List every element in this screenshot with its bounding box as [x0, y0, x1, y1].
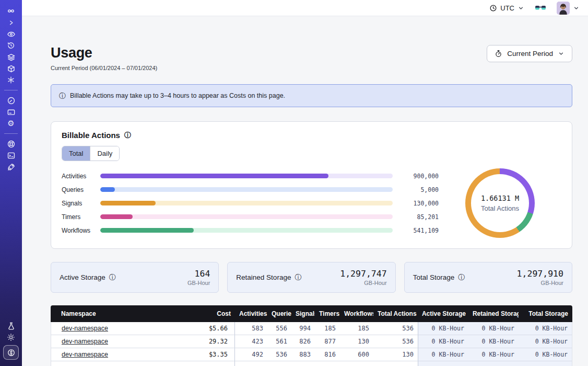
cube-icon[interactable] [4, 63, 18, 74]
table-cell: 883 [291, 348, 315, 361]
billable-actions-title: Billable Actions [62, 131, 120, 140]
history-icon[interactable] [4, 40, 18, 51]
namespace-link[interactable]: dev-namespace [62, 351, 108, 358]
table-cell: 556 [267, 322, 291, 335]
storage-card-active-storage: Active Storageⓘ164GB-Hour [51, 262, 219, 293]
table-cell: 0 KB-Hour [418, 322, 468, 335]
main-content: Usage Current Period (06/01/2024 – 07/01… [22, 16, 588, 366]
namespace-link[interactable]: dev-namespace [62, 325, 108, 332]
table-cell [191, 361, 235, 366]
banner-text: Billable Actions may take up to 3–4 hour… [70, 92, 285, 99]
storage-card-total-storage: Total Storageⓘ1,297,910GB-Hour [404, 262, 572, 293]
rocket-icon[interactable] [4, 161, 18, 173]
table-cell: $5.66 [191, 322, 235, 335]
table-cell [373, 361, 418, 366]
table-cell: 0 KB-Hour [519, 348, 572, 361]
donut-center-value: 1.66131 M [481, 194, 519, 202]
bar-fill [100, 214, 133, 219]
info-icon[interactable]: ⓘ [109, 274, 116, 281]
bar-track [100, 201, 393, 205]
table-cell: 600 [340, 348, 373, 361]
namespace-link[interactable]: dev-namespace [62, 338, 108, 345]
column-header-activities: Activities [235, 305, 267, 322]
layers-icon[interactable] [4, 51, 18, 63]
sidebar-divider [4, 90, 18, 90]
table-cell: 0 KB-Hour [468, 348, 519, 361]
eye-icon[interactable] [4, 28, 18, 40]
chevron-down-icon [573, 5, 580, 12]
info-icon[interactable]: ⓘ [458, 274, 465, 281]
bar-value: 900,000 [399, 173, 439, 180]
column-header-queries: Queries [267, 305, 291, 322]
flask-icon[interactable] [4, 320, 18, 331]
bar-label: Activities [62, 173, 100, 180]
bar-fill [100, 187, 115, 192]
terminal-icon[interactable] [4, 150, 18, 161]
table-cell: 816 [315, 348, 340, 361]
billing-card-icon[interactable] [4, 106, 18, 118]
glasses-icon[interactable] [535, 4, 546, 12]
table-cell [315, 361, 340, 366]
table-cell: 536 [373, 322, 418, 335]
bar-track [100, 228, 393, 233]
gear-icon[interactable]: ⚙ [4, 118, 18, 129]
table-cell: 0 KB-Hour [418, 348, 468, 361]
bar-fill [100, 174, 328, 178]
table-cell: 536 [267, 348, 291, 361]
storage-card-retained-storage: Retained Storageⓘ1,297,747GB-Hour [227, 262, 395, 293]
table-cell: 130 [373, 348, 418, 361]
table-row: dev-namespace29.324235618268771305360 KB… [51, 335, 572, 348]
column-header-total-storage: Total Storage [519, 305, 572, 322]
column-header-active-storage: Active Storage [418, 305, 468, 322]
temporal-logo-icon[interactable] [4, 5, 18, 17]
avatar [557, 2, 570, 15]
storage-cards: Active Storageⓘ164GB-HourRetained Storag… [51, 262, 572, 293]
page-header: Usage Current Period (06/01/2024 – 07/01… [51, 45, 572, 71]
table-cell: 561 [267, 335, 291, 348]
timezone-label: UTC [500, 4, 514, 12]
bar-row-workflows: Workflows541,109 [62, 224, 439, 237]
info-icon[interactable]: ⓘ [295, 274, 301, 281]
table-cell: 185 [315, 322, 340, 335]
info-icon[interactable]: ⓘ [124, 132, 131, 139]
table-cell: 0 KB-Hour [468, 335, 519, 348]
tab-total[interactable]: Total [62, 146, 90, 161]
storage-card-label: Total Storageⓘ [413, 273, 465, 281]
sun-icon[interactable] [4, 331, 18, 343]
table-cell: 130 [340, 335, 373, 348]
dollar-coin-button[interactable] [3, 345, 19, 360]
lifebuoy-icon[interactable] [4, 138, 18, 150]
bar-fill [100, 201, 156, 205]
table-row: dev-namespace$5.665835569941851855360 KB… [51, 322, 572, 335]
info-banner: ⓘ Billable Actions may take up to 3–4 ho… [51, 84, 572, 107]
bar-row-timers: Timers85,201 [62, 210, 439, 224]
chevron-down-icon [518, 5, 524, 12]
column-header-timers: Timers [315, 305, 340, 322]
bar-value: 85,201 [399, 213, 439, 221]
bar-label: Timers [62, 213, 100, 221]
column-header-namespace: Namespace [51, 305, 191, 322]
bar-label: Queries [62, 186, 100, 193]
bar-value: 5,000 [399, 186, 439, 193]
gauge-icon[interactable] [4, 95, 18, 106]
timezone-selector[interactable]: UTC [489, 4, 524, 12]
table-cell: $3.35 [191, 348, 235, 361]
period-dropdown-button[interactable]: Current Period [487, 45, 572, 62]
table-cell: 826 [291, 335, 315, 348]
namespace-usage-table: NamespaceCostActivitiesQueriesSignalsTim… [51, 305, 572, 366]
table-cell: 492 [235, 348, 267, 361]
bar-track [100, 187, 393, 192]
bar-label: Workflows [62, 227, 100, 234]
donut-center-label: Total Actions [481, 204, 519, 212]
bar-row-queries: Queries5,000 [62, 183, 439, 197]
table-cell: 0 KB-Hour [519, 335, 572, 348]
namespace-cell: dev-namespace [51, 348, 191, 361]
bar-fill [100, 228, 194, 233]
namespace-cell: dev-namespace [51, 322, 191, 335]
account-menu[interactable] [557, 2, 580, 15]
chevron-right-icon[interactable] [4, 17, 18, 28]
sidebar: ⚙ [0, 0, 22, 366]
info-icon[interactable]: ⓘ [59, 93, 66, 99]
asterisk-icon[interactable] [4, 74, 18, 86]
tab-daily[interactable]: Daily [90, 146, 119, 161]
